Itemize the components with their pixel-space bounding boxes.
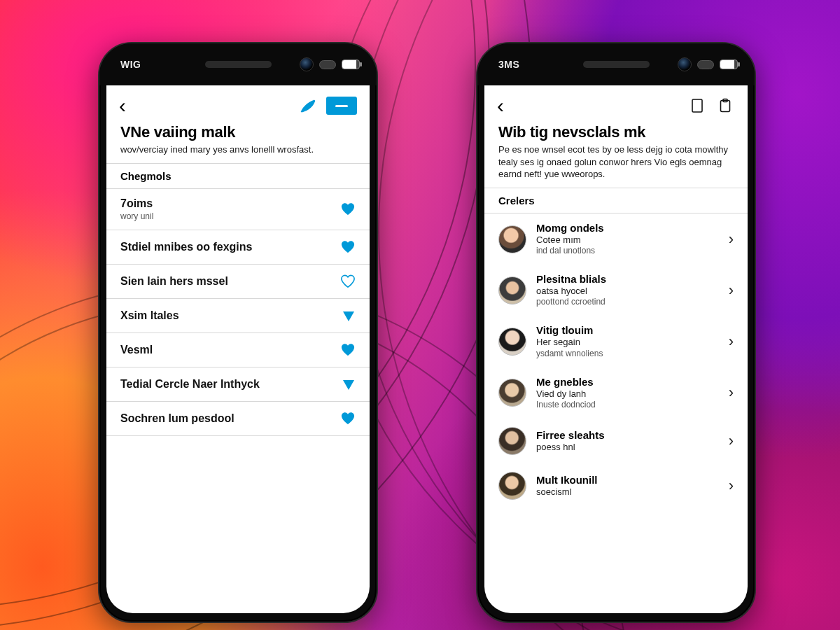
heart-icon[interactable]	[340, 202, 356, 216]
avatar	[498, 427, 526, 455]
back-button[interactable]: ‹	[497, 95, 504, 116]
carrier-label: 3MS	[498, 59, 519, 70]
device-bezel-top: WIG	[99, 43, 377, 85]
avatar	[498, 379, 526, 407]
list-item-label: Tedial Cercle Naer Inthyck	[120, 378, 260, 391]
page-title: VNe vaiing malk	[120, 123, 356, 141]
person-row[interactable]: Plesitna blialsoatsa hyocelpoottond ccro…	[484, 265, 748, 316]
section-header: Chegmols	[106, 163, 370, 189]
page-subtitle: wov/verciay ined mary yes anvs lonelll w…	[120, 144, 356, 156]
list-item[interactable]: Xsim ltales	[106, 299, 370, 333]
speaker-grille	[205, 61, 272, 68]
triangle-down-icon[interactable]	[342, 377, 356, 391]
person-name: Plesitna blials	[536, 273, 719, 286]
person-name: Momg ondels	[536, 222, 719, 234]
list-item[interactable]: Sien lain hers mssel	[106, 265, 370, 299]
list-item[interactable]: Stdiel mnibes oo fexgins	[106, 230, 370, 265]
list-item-label: Stdiel mnibes oo fexgins	[120, 241, 252, 253]
heart-icon[interactable]	[340, 240, 356, 254]
chevron-right-icon: ›	[729, 432, 734, 450]
chevron-right-icon: ›	[729, 477, 734, 495]
page-title: Wib tig nevsclals mk	[498, 123, 734, 141]
list-item-label: Vesml	[120, 344, 153, 356]
person-line: Cotee mım	[536, 234, 719, 246]
list-item[interactable]: Tedial Cercle Naer Inthyck	[106, 368, 370, 402]
person-meta: Inuste dodnciod	[536, 400, 719, 410]
person-row[interactable]: Me gneblesVied dy lanhInuste dodnciod›	[484, 368, 748, 419]
list-item-label: Sochren lum pesdool	[120, 412, 234, 425]
chevron-right-icon: ›	[729, 384, 734, 402]
carrier-label: WIG	[120, 59, 141, 70]
triangle-down-icon[interactable]	[342, 309, 356, 323]
phone-mockup-left: WIG ‹ VNe vaiing malk wov/verciay ined m…	[98, 42, 378, 623]
phone-mockup-right: 3MS ‹ Wib tig nevsclals mk Pe es noe wns…	[476, 42, 756, 623]
person-name: Mult Ikounill	[536, 474, 719, 486]
device-bezel-top: 3MS	[477, 43, 755, 85]
list-item[interactable]: 7oimswory unil	[106, 189, 370, 230]
battery-icon	[720, 59, 738, 69]
avatar	[498, 472, 526, 500]
person-name: Me gnebles	[536, 376, 719, 388]
person-row[interactable]: Vitig tlouimHer segainysdamt wnnoliens›	[484, 316, 748, 367]
list-item-label: Sien lain hers mssel	[120, 275, 228, 288]
list-item[interactable]: Vesml	[106, 333, 370, 368]
avatar	[498, 225, 526, 253]
category-list: 7oimswory unilStdiel mnibes oo fexginsSi…	[106, 189, 370, 613]
section-header: Crelers	[484, 188, 748, 214]
clipboard-icon[interactable]	[715, 97, 735, 114]
list-item-sublabel: wory unil	[120, 211, 153, 221]
person-name: Firree sleahts	[536, 429, 719, 442]
chevron-right-icon: ›	[729, 230, 734, 248]
person-line: poess hnl	[536, 442, 719, 453]
people-list: Momg ondelsCotee mımind dal unotlons›Ple…	[484, 214, 748, 613]
avatar	[498, 328, 526, 356]
sensor-cluster	[300, 57, 360, 71]
front-camera	[678, 57, 692, 71]
person-name: Vitig tlouim	[536, 324, 719, 337]
person-line: Her segain	[536, 337, 719, 348]
person-row[interactable]: Momg ondelsCotee mımind dal unotlons›	[484, 214, 748, 265]
brush-icon[interactable]	[298, 97, 318, 114]
list-item-label: Xsim ltales	[120, 309, 179, 322]
heart-icon[interactable]	[340, 343, 356, 357]
app-header: ‹	[106, 85, 370, 116]
page-subtitle: Pe es noe wnsel ecot tes by oe less dejg…	[498, 144, 734, 181]
person-meta: ind dal unotlons	[536, 246, 719, 256]
sensor-pill	[697, 60, 714, 69]
list-item[interactable]: Sochren lum pesdool	[106, 402, 370, 436]
person-row[interactable]: Mult Ikounillsoecisml›	[484, 463, 748, 508]
person-meta: poottond ccroetind	[536, 297, 719, 307]
person-line: oatsa hyocel	[536, 286, 719, 297]
sensor-pill	[319, 60, 336, 69]
screen-right: ‹ Wib tig nevsclals mk Pe es noe wnsel e…	[484, 85, 748, 613]
back-button[interactable]: ‹	[119, 95, 126, 116]
list-item-label: 7oims	[120, 197, 153, 210]
avatar	[498, 276, 526, 304]
person-row[interactable]: Firree sleahtspoess hnl›	[484, 419, 748, 463]
sensor-cluster	[678, 57, 738, 71]
bookmark-icon[interactable]	[687, 97, 707, 114]
person-meta: ysdamt wnnoliens	[536, 349, 719, 359]
heart-outline-icon[interactable]	[340, 274, 356, 288]
person-line: Vied dy lanh	[536, 388, 719, 400]
screen-left: ‹ VNe vaiing malk wov/verciay ined mary …	[106, 85, 370, 613]
front-camera	[300, 57, 314, 71]
chevron-right-icon: ›	[729, 281, 734, 300]
chevron-right-icon: ›	[729, 332, 734, 351]
battery-icon	[342, 59, 360, 69]
heart-icon[interactable]	[340, 412, 356, 426]
svg-rect-0	[692, 99, 702, 112]
person-line: soecisml	[536, 486, 719, 498]
primary-action-button[interactable]	[326, 97, 357, 115]
speaker-grille	[583, 61, 650, 68]
app-header: ‹	[484, 85, 748, 116]
